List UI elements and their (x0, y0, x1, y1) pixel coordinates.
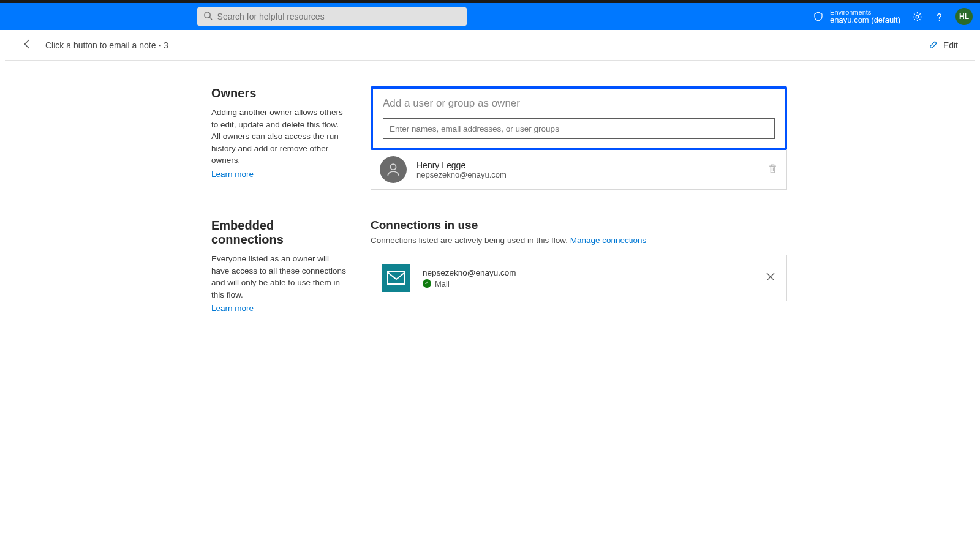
edit-label: Edit (943, 40, 958, 50)
connections-section: Embedded connections Everyone listed as … (31, 211, 949, 334)
settings-icon[interactable] (911, 11, 922, 22)
svg-line-1 (209, 17, 212, 20)
global-search[interactable] (197, 7, 467, 26)
page-title: Click a button to email a note - 3 (45, 40, 929, 50)
owner-row: Henry Legge nepsezekno@enayu.com (371, 150, 787, 190)
pencil-icon (929, 40, 938, 51)
svg-point-0 (204, 12, 209, 18)
environment-icon (813, 11, 824, 22)
search-icon (203, 11, 213, 22)
connections-subtext: Connections listed are actively being us… (371, 236, 787, 245)
add-owner-panel: Add a user or group as owner (371, 86, 787, 150)
connections-learn-more-link[interactable]: Learn more (211, 304, 254, 313)
connection-service: Mail (435, 279, 450, 288)
remove-connection-button[interactable] (766, 272, 775, 285)
svg-point-3 (390, 164, 396, 170)
owners-heading: Owners (211, 86, 346, 100)
environment-name: enayu.com (default) (830, 16, 900, 24)
help-icon[interactable] (933, 11, 944, 22)
topbar-right: Environments enayu.com (default) HL (813, 8, 973, 25)
owner-avatar-icon (380, 156, 407, 183)
delete-owner-button[interactable] (767, 163, 778, 176)
svg-point-2 (916, 15, 919, 18)
owners-description: Adding another owner allows others to ed… (211, 107, 346, 167)
back-button[interactable] (22, 39, 33, 51)
edit-button[interactable]: Edit (929, 40, 958, 51)
connection-email: nepsezekno@enayu.com (423, 268, 753, 277)
main-content: Owners Adding another owner allows other… (31, 61, 949, 370)
owner-name: Henry Legge (417, 160, 758, 170)
user-avatar[interactable]: HL (956, 8, 973, 25)
search-input[interactable] (217, 12, 461, 21)
connections-description: Everyone listed as an owner will have ac… (211, 253, 346, 301)
owners-section: Owners Adding another owner allows other… (31, 79, 949, 211)
command-bar: Click a button to email a note - 3 Edit (5, 30, 975, 61)
environment-picker[interactable]: Environments enayu.com (default) (813, 9, 900, 24)
environment-label: Environments (830, 9, 900, 16)
owners-learn-more-link[interactable]: Learn more (211, 170, 254, 179)
status-ok-icon (423, 279, 431, 288)
owner-email: nepsezekno@enayu.com (417, 170, 758, 179)
top-app-bar: Environments enayu.com (default) HL (0, 3, 980, 30)
add-owner-title: Add a user or group as owner (383, 97, 775, 110)
manage-connections-link[interactable]: Manage connections (570, 236, 647, 245)
connection-row: nepsezekno@enayu.com Mail (371, 255, 787, 301)
svg-rect-4 (388, 272, 405, 284)
add-owner-input[interactable] (383, 118, 775, 139)
mail-service-icon (382, 264, 410, 292)
connections-left-heading: Embedded connections (211, 219, 346, 247)
connections-right-heading: Connections in use (371, 219, 787, 232)
